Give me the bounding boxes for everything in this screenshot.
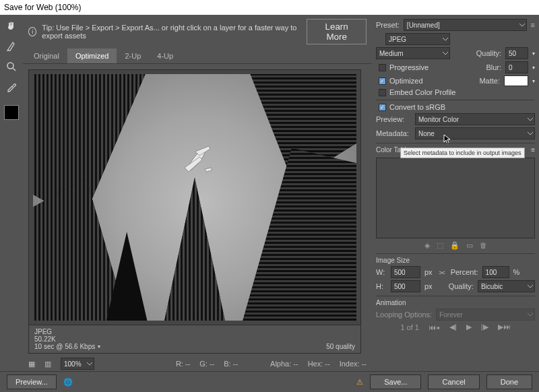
- trash-icon[interactable]: 🗑: [480, 241, 487, 250]
- hand-tool-icon[interactable]: [4, 19, 19, 34]
- info-icon: i: [28, 27, 36, 36]
- browser-preview-icon[interactable]: 🌐: [63, 378, 73, 387]
- chevron-down-icon[interactable]: ▾: [532, 78, 535, 84]
- height-label: H:: [376, 282, 387, 290]
- zoom-tool-icon[interactable]: [4, 59, 19, 74]
- quality-input[interactable]: [505, 47, 528, 59]
- foreground-color-swatch[interactable]: [4, 105, 19, 120]
- height-input[interactable]: [391, 280, 420, 292]
- readout-g: G: --: [199, 360, 214, 368]
- optimized-checkbox[interactable]: ✓Optimized: [376, 77, 423, 85]
- preview-select[interactable]: Monitor Color: [415, 113, 535, 125]
- status-quality: 50 quality: [326, 343, 355, 350]
- preset-select[interactable]: [Unnamed]: [404, 19, 527, 31]
- pct-label: %: [513, 268, 520, 276]
- matte-label: Matte:: [479, 77, 500, 85]
- readout-alpha: Alpha: --: [270, 360, 298, 368]
- preview-label: Preview:: [376, 115, 411, 123]
- status-format: JPEG: [34, 328, 100, 335]
- svg-point-0: [7, 63, 13, 69]
- metadata-label: Metadata:: [376, 129, 411, 137]
- settings-panel: Preset: [Unnamed] ≡ JPEG Medium Quality:…: [372, 15, 539, 371]
- preset-menu-icon[interactable]: ≡: [531, 21, 535, 29]
- tool-column: [0, 15, 23, 371]
- tip-text: Tip: Use File > Export > Export As... or…: [42, 24, 301, 40]
- ct-icon-2[interactable]: ⬚: [437, 241, 443, 250]
- resample-quality-label: Quality:: [449, 282, 474, 290]
- tab-optimized[interactable]: Optimized: [67, 48, 117, 63]
- metadata-select[interactable]: None: [415, 127, 535, 139]
- image-size-title: Image Size: [376, 257, 535, 264]
- ct-icon-1[interactable]: ◈: [424, 241, 430, 250]
- cancel-button[interactable]: Cancel: [428, 374, 479, 389]
- panel-menu-icon[interactable]: ≡: [531, 146, 535, 154]
- looping-label: Looping Options:: [376, 311, 432, 319]
- preview-status: JPEG 50.22K 10 sec @ 56.6 Kbps ▾ 50 qual…: [28, 325, 361, 354]
- preset-label: Preset:: [376, 21, 400, 29]
- next-frame-icon: |▶: [481, 323, 488, 331]
- percent-label: Percent:: [451, 268, 478, 276]
- lock-icon[interactable]: 🔒: [450, 241, 459, 250]
- preview-button[interactable]: Preview...: [7, 374, 57, 389]
- toggle-grid-icon[interactable]: ▥: [44, 360, 51, 368]
- width-label: W:: [376, 268, 387, 276]
- dialog-footer: Preview... 🌐 ⚠ Save... Cancel Done: [0, 371, 539, 392]
- save-button[interactable]: Save...: [370, 374, 421, 389]
- px-label: px: [424, 268, 433, 276]
- link-icon[interactable]: ⫘: [438, 268, 445, 276]
- window-title: Save for Web (100%): [0, 0, 539, 15]
- status-filesize: 50.22K: [34, 335, 100, 343]
- metadata-tooltip: Select metadata to include in output ima…: [400, 148, 525, 158]
- blur-input[interactable]: [505, 61, 528, 73]
- preview-canvas[interactable]: [28, 69, 361, 325]
- tab-original[interactable]: Original: [26, 48, 67, 63]
- chevron-down-icon[interactable]: ▾: [532, 65, 535, 71]
- embed-profile-checkbox[interactable]: Embed Color Profile: [376, 88, 455, 96]
- blur-label: Blur:: [486, 63, 501, 71]
- warning-icon: ⚠: [356, 378, 363, 387]
- percent-input[interactable]: [482, 266, 509, 278]
- info-bar: ▦ ▥ 100% R: -- G: -- B: -- Alpha: -- Hex…: [23, 356, 372, 371]
- matte-swatch[interactable]: [504, 75, 528, 86]
- new-swatch-icon[interactable]: ▭: [466, 241, 473, 250]
- chevron-down-icon[interactable]: ▾: [532, 51, 535, 57]
- quality-preset-select[interactable]: Medium: [376, 47, 450, 59]
- learn-more-button[interactable]: Learn More: [307, 19, 367, 44]
- eyedropper-tool-icon[interactable]: [4, 79, 19, 94]
- tip-bar: i Tip: Use File > Export > Export As... …: [23, 15, 372, 48]
- readout-r: R: --: [176, 360, 190, 368]
- readout-index: Index: --: [340, 360, 367, 368]
- toggle-slices-icon[interactable]: ▦: [28, 360, 35, 368]
- play-icon: ▶: [466, 323, 472, 331]
- resample-select[interactable]: Bicubic: [478, 280, 535, 292]
- readout-b: B: --: [224, 360, 238, 368]
- frame-readout: 1 of 1: [400, 323, 419, 331]
- tab-2up[interactable]: 2-Up: [117, 48, 149, 63]
- px-label-2: px: [424, 282, 433, 290]
- last-frame-icon: ▶⏭: [498, 323, 511, 331]
- status-time: 10 sec @ 56.6 Kbps: [34, 343, 95, 350]
- width-input[interactable]: [391, 266, 420, 278]
- animation-title: Animation: [376, 299, 535, 306]
- progressive-checkbox[interactable]: Progressive: [376, 63, 429, 71]
- zoom-select[interactable]: 100%: [61, 358, 94, 370]
- format-select[interactable]: JPEG: [385, 33, 450, 45]
- quality-label: Quality:: [476, 49, 501, 57]
- prev-frame-icon: ◀|: [449, 323, 457, 331]
- readout-hex: Hex: --: [308, 360, 330, 368]
- color-table-grid: [376, 158, 535, 238]
- done-button[interactable]: Done: [486, 374, 532, 389]
- tab-4up[interactable]: 4-Up: [149, 48, 181, 63]
- chevron-down-icon[interactable]: ▾: [98, 344, 100, 350]
- slice-tool-icon[interactable]: [4, 39, 19, 54]
- preview-tabs: Original Optimized 2-Up 4-Up: [23, 48, 372, 64]
- looping-select: Forever: [436, 308, 535, 321]
- first-frame-icon: ⏮◀: [429, 323, 440, 331]
- convert-srgb-checkbox[interactable]: ✓Convert to sRGB: [376, 103, 535, 111]
